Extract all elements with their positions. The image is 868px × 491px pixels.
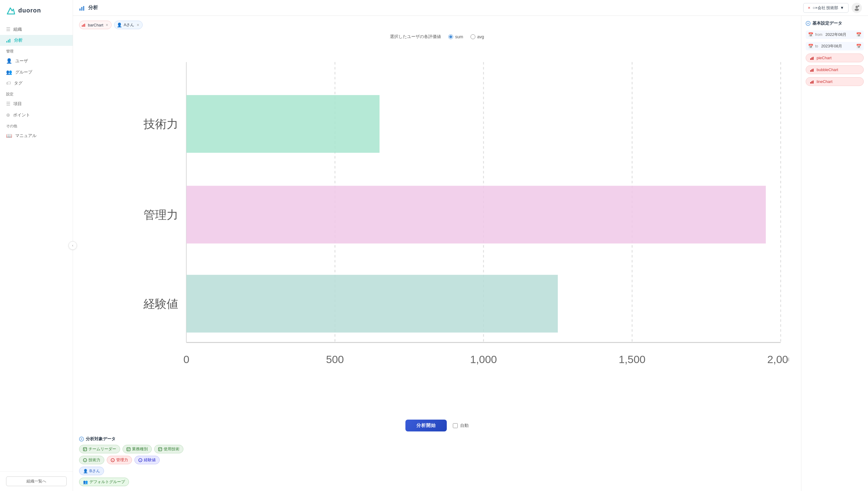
from-calendar-button[interactable]: 📅	[856, 32, 861, 37]
management-icon: +	[111, 458, 115, 462]
sidebar-item-label: グループ	[15, 69, 32, 75]
barchart-tag-close[interactable]: ×	[106, 23, 108, 27]
svg-rect-57	[810, 82, 811, 84]
management-label: 管理力	[116, 457, 128, 463]
sidebar-item-tags[interactable]: 🏷 タグ	[0, 78, 73, 89]
data-tags-row-2: + 技術力 + 管理力 + 経験値	[79, 456, 795, 464]
sidebar-item-points[interactable]: ⊕ ポイント	[0, 109, 73, 121]
svg-rect-12	[84, 24, 85, 27]
bubble-chart-label: bubbleChart	[817, 67, 838, 72]
svg-text:+: +	[112, 459, 113, 462]
sidebar: duoron ☰ 組織 分析 管理 👤 ユーザ 👥 グループ 🏷 タグ 設定	[0, 0, 73, 491]
analyze-button[interactable]: 分析開始	[405, 420, 447, 431]
bubble-chart-button[interactable]: bubbleChart	[806, 65, 864, 74]
org-name: ○×会社 技術部	[813, 5, 838, 11]
line-chart-button[interactable]: lineChart	[806, 77, 864, 86]
data-tag-team-leader[interactable]: チームリーダー	[79, 445, 120, 453]
data-tag-management[interactable]: + 管理力	[107, 456, 132, 464]
tech-skill-icon: +	[83, 458, 87, 462]
from-date-text: 2022年08月	[825, 32, 854, 37]
svg-rect-52	[811, 57, 812, 60]
filter-tag-barchart[interactable]: barChart ×	[79, 21, 112, 29]
section-label-settings: 設定	[0, 89, 73, 98]
tech-used-label: 使用技術	[164, 446, 180, 452]
filter-tag-user-a[interactable]: 👤 Aさん ×	[114, 21, 143, 29]
pie-chart-button[interactable]: pieChart	[806, 54, 864, 62]
data-tags-row-4: 👥 デフォルトグループ	[79, 478, 795, 486]
user-a-tag-icon: 👤	[117, 23, 122, 27]
team-leader-label: チームリーダー	[88, 446, 116, 452]
svg-text:+: +	[140, 459, 141, 462]
work-type-icon	[127, 447, 131, 451]
data-tag-user-b[interactable]: 👤 Bさん	[79, 467, 104, 475]
avg-radio-label[interactable]: avg	[470, 34, 484, 39]
right-panel-label: 基本設定データ	[806, 21, 864, 26]
to-date-text: 2023年08月	[821, 44, 854, 49]
svg-rect-3	[9, 39, 10, 42]
data-tag-work-type[interactable]: 業務種別	[123, 445, 152, 453]
svg-rect-21	[186, 186, 766, 243]
logo-icon	[6, 5, 16, 15]
user-b-label: Bさん	[89, 468, 100, 474]
sidebar-nav: ☰ 組織 分析 管理 👤 ユーザ 👥 グループ 🏷 タグ 設定 ☰ 項目 ⊕	[0, 21, 73, 471]
sidebar-item-org[interactable]: ☰ 組織	[0, 24, 73, 35]
sidebar-item-items[interactable]: ☰ 項目	[0, 98, 73, 109]
auto-checkbox-label[interactable]: 自動	[453, 423, 469, 428]
section-label-other: その他	[0, 121, 73, 130]
svg-rect-56	[813, 69, 814, 72]
svg-rect-55	[811, 69, 812, 72]
org-close-icon: ×	[808, 5, 810, 10]
org-list-button[interactable]: 組織一覧へ	[6, 476, 66, 486]
data-tag-experience[interactable]: + 経験値	[134, 456, 160, 464]
avatar[interactable]	[851, 3, 862, 13]
sidebar-item-groups[interactable]: 👥 グループ	[0, 66, 73, 78]
to-calendar-button[interactable]: 📅	[856, 44, 861, 49]
section-label-management: 管理	[0, 46, 73, 55]
sidebar-item-label: マニュアル	[15, 133, 36, 139]
org-selector-button[interactable]: × ○×会社 技術部 ▼	[803, 3, 848, 13]
sidebar-item-label: 組織	[13, 27, 22, 32]
sidebar-item-users[interactable]: 👤 ユーザ	[0, 55, 73, 66]
svg-rect-23	[186, 275, 558, 333]
sum-radio[interactable]	[448, 34, 453, 39]
svg-rect-51	[810, 58, 811, 60]
manual-icon: 📖	[6, 133, 12, 139]
to-label: to	[815, 44, 818, 48]
bar-chart-container: 技術力 管理力 経験値 0 500 1,000 1,500 2,000	[79, 42, 795, 420]
analysis-icon	[6, 38, 11, 43]
svg-rect-5	[81, 7, 82, 11]
tech-skill-label: 技術力	[88, 457, 100, 463]
user-a-tag-label: Aさん	[124, 22, 134, 28]
sidebar-item-label: ポイント	[13, 112, 30, 118]
dropdown-icon: ▼	[840, 5, 844, 10]
sidebar-item-analysis[interactable]: 分析	[0, 35, 73, 46]
right-panel: 基本設定データ 📅 from 2022年08月 📅 📅 to 2023年08月 …	[801, 16, 868, 491]
data-tag-default-group[interactable]: 👥 デフォルトグループ	[79, 478, 129, 486]
line-chart-icon	[810, 80, 814, 84]
data-tag-tech-skill[interactable]: + 技術力	[79, 456, 104, 464]
svg-rect-2	[8, 40, 9, 42]
right-panel-title: 基本設定データ	[812, 21, 842, 26]
sidebar-item-label: ユーザ	[15, 58, 28, 64]
avg-radio[interactable]	[470, 34, 476, 39]
analysis-data-label: 分析対象データ	[79, 436, 795, 442]
svg-rect-6	[83, 6, 84, 11]
sidebar-collapse-button[interactable]: ‹	[69, 241, 77, 250]
avg-label: avg	[477, 34, 484, 39]
tags-icon: 🏷	[6, 81, 11, 86]
svg-rect-33	[83, 447, 87, 451]
svg-rect-36	[127, 447, 130, 451]
analysis-data-title: 分析対象データ	[86, 436, 115, 442]
svg-rect-59	[813, 81, 814, 84]
topbar: 分析 × ○×会社 技術部 ▼	[73, 0, 868, 16]
filter-tags: barChart × 👤 Aさん ×	[79, 21, 795, 29]
chart-title: 選択したユーザの各評価値	[390, 34, 441, 39]
bubble-chart-icon	[810, 68, 814, 72]
user-a-tag-close[interactable]: ×	[137, 23, 139, 27]
auto-checkbox[interactable]	[453, 423, 458, 428]
sum-radio-label[interactable]: sum	[448, 34, 463, 39]
to-date-row: 📅 to 2023年08月 📅	[806, 42, 864, 51]
svg-marker-0	[7, 8, 15, 14]
sidebar-item-manual[interactable]: 📖 マニュアル	[0, 130, 73, 141]
data-tag-tech-used[interactable]: 使用技術	[154, 445, 183, 453]
